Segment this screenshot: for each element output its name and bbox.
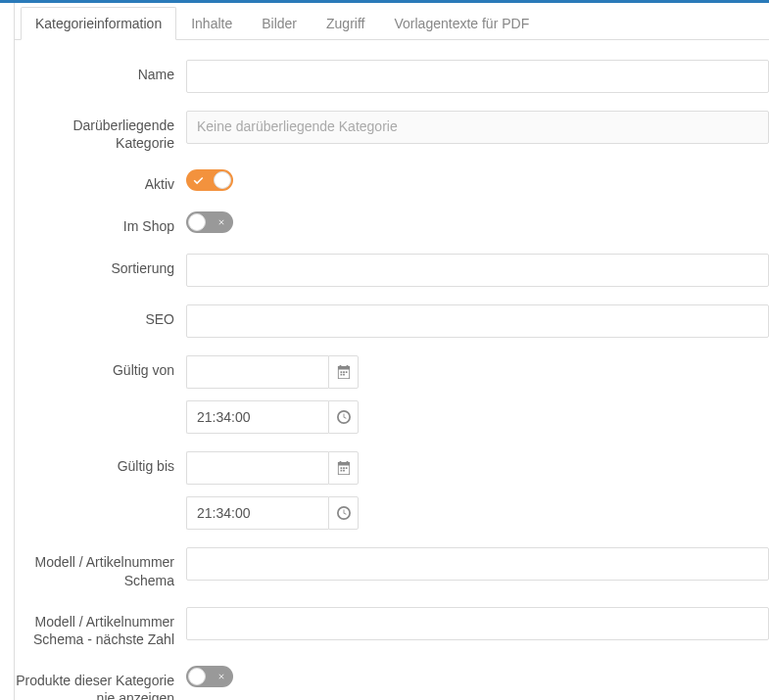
tab-zugriff[interactable]: Zugriff: [312, 7, 379, 40]
x-icon: [216, 217, 226, 227]
name-input[interactable]: [186, 60, 769, 93]
tab-kategorieinformation[interactable]: Kategorieinformation: [21, 7, 176, 40]
model-schema-next-input[interactable]: [186, 607, 769, 640]
toggle-knob: [188, 668, 206, 685]
calendar-icon[interactable]: [328, 451, 359, 485]
label-seo: SEO: [15, 303, 186, 328]
sort-input[interactable]: [186, 254, 769, 287]
valid-from-time-input[interactable]: [186, 400, 328, 434]
tab-inhalte[interactable]: Inhalte: [176, 7, 247, 40]
model-schema-input[interactable]: [186, 547, 769, 581]
tab-bilder[interactable]: Bilder: [247, 7, 312, 40]
label-in-shop: Im Shop: [15, 210, 186, 235]
label-hide-products: Produkte dieser Kategorie nie anzeigen: [15, 664, 186, 700]
active-toggle[interactable]: [186, 169, 233, 191]
tab-vorlagentexte[interactable]: Vorlagentexte für PDF: [379, 7, 544, 40]
parent-category-select[interactable]: Keine darüberliegende Kategorie: [186, 111, 769, 144]
clock-icon[interactable]: [328, 496, 359, 530]
calendar-icon[interactable]: [328, 355, 359, 389]
seo-input[interactable]: [186, 304, 769, 338]
x-icon: [216, 672, 226, 681]
label-valid-to: Gültig bis: [15, 449, 186, 475]
hide-products-toggle[interactable]: [186, 666, 233, 687]
valid-to-date-input[interactable]: [186, 451, 328, 485]
clock-icon[interactable]: [328, 400, 359, 434]
valid-from-date-input[interactable]: [186, 355, 328, 389]
label-parent-category: Darüberliegende Kategorie: [15, 109, 186, 152]
label-active: Aktiv: [15, 167, 186, 193]
in-shop-toggle[interactable]: [186, 211, 233, 233]
label-model-schema-next: Modell / Artikelnummer Schema - nächste …: [15, 605, 186, 648]
form-area: Name Darüberliegende Kategorie Keine dar…: [15, 40, 769, 700]
label-sort: Sortierung: [15, 252, 186, 277]
main-container: Kategorieinformation Inhalte Bilder Zugr…: [14, 3, 769, 700]
tab-bar: Kategorieinformation Inhalte Bilder Zugr…: [15, 3, 769, 40]
toggle-knob: [214, 171, 231, 189]
label-valid-from: Gültig von: [15, 353, 186, 379]
valid-to-time-input[interactable]: [186, 496, 328, 530]
label-name: Name: [15, 58, 186, 83]
check-icon: [193, 175, 204, 186]
toggle-knob: [188, 213, 206, 231]
label-model-schema: Modell / Artikelnummer Schema: [15, 545, 186, 588]
